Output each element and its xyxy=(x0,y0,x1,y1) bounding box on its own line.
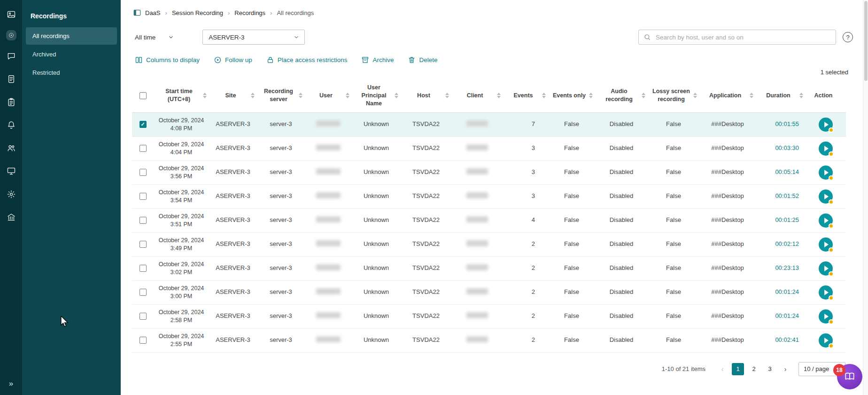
row-checkbox[interactable] xyxy=(140,193,147,200)
place-access-restrictions-button[interactable]: Place access restrictions xyxy=(266,56,348,64)
row-checkbox[interactable] xyxy=(140,121,147,128)
notifications-icon[interactable] xyxy=(6,120,16,130)
sort-icon[interactable] xyxy=(395,93,398,98)
column-header-user[interactable]: User xyxy=(305,79,352,112)
people-icon[interactable] xyxy=(6,143,16,153)
media-gallery-icon[interactable] xyxy=(6,9,16,20)
cell-user xyxy=(305,232,352,256)
scrollbar-thumb[interactable] xyxy=(864,1,868,81)
prev-page-icon[interactable]: ‹ xyxy=(717,363,728,375)
expand-rail-icon[interactable]: » xyxy=(9,379,13,388)
duration-link[interactable]: 00:05:14 xyxy=(775,168,799,175)
play-button[interactable] xyxy=(819,142,833,156)
play-button[interactable] xyxy=(819,285,833,300)
play-button[interactable] xyxy=(819,213,833,228)
breadcrumb-link-session-recording[interactable]: Session Recording xyxy=(172,9,223,16)
sort-icon[interactable] xyxy=(589,93,593,98)
server-select[interactable]: ASERVER-3 xyxy=(202,30,305,45)
select-all-checkbox[interactable] xyxy=(140,92,147,99)
row-checkbox[interactable] xyxy=(140,337,147,344)
row-checkbox[interactable] xyxy=(140,265,147,272)
sidebar-item-all-recordings[interactable]: All recordings xyxy=(26,27,117,45)
play-button[interactable] xyxy=(819,237,833,252)
play-button[interactable] xyxy=(819,118,833,132)
duration-link[interactable]: 00:01:52 xyxy=(775,192,799,199)
sidebar-item-restricted[interactable]: Restricted xyxy=(26,64,117,81)
cell-user-principal-name: Unknown xyxy=(352,184,401,208)
redacted-client xyxy=(466,240,488,246)
sort-icon[interactable] xyxy=(299,93,302,98)
row-checkbox[interactable] xyxy=(140,145,147,152)
nav-panel-icon[interactable] xyxy=(133,8,141,17)
library-icon[interactable] xyxy=(6,212,16,222)
play-button[interactable] xyxy=(819,261,833,276)
column-header-lossy-screen-recording[interactable]: Lossy screen recording xyxy=(648,79,699,112)
duration-link[interactable]: 00:23:13 xyxy=(775,264,799,271)
column-header-host[interactable]: Host xyxy=(401,79,451,112)
sort-icon[interactable] xyxy=(799,93,803,98)
duration-link[interactable]: 00:02:12 xyxy=(775,240,799,247)
sort-icon[interactable] xyxy=(251,93,255,98)
columns-to-display-button[interactable]: Columns to display xyxy=(135,56,200,64)
cell-user xyxy=(305,280,352,304)
sidebar-item-archived[interactable]: Archived xyxy=(26,46,117,63)
column-header-duration[interactable]: Duration xyxy=(756,79,806,112)
chat-icon[interactable] xyxy=(6,51,16,61)
monitor-icon[interactable] xyxy=(6,166,16,176)
sort-icon[interactable] xyxy=(346,93,349,98)
row-checkbox[interactable] xyxy=(140,289,147,296)
row-checkbox[interactable] xyxy=(140,217,147,224)
page-button-2[interactable]: 2 xyxy=(748,363,760,375)
column-header-user-principal-name[interactable]: User Principal Name xyxy=(352,79,401,112)
play-button[interactable] xyxy=(819,309,833,324)
play-button[interactable] xyxy=(819,166,833,180)
breadcrumb-link-recordings[interactable]: Recordings xyxy=(234,9,265,16)
follow-up-button[interactable]: Follow up xyxy=(214,56,252,64)
column-header-events-only[interactable]: Events only xyxy=(548,79,595,112)
page-button-1[interactable]: 1 xyxy=(732,363,744,375)
duration-link[interactable]: 00:02:41 xyxy=(775,336,799,343)
toolbar: Columns to display Follow up Place acces… xyxy=(121,53,868,67)
sort-icon[interactable] xyxy=(203,93,207,98)
row-checkbox[interactable] xyxy=(140,313,147,320)
column-header-recording-server[interactable]: Recording server xyxy=(257,79,305,112)
play-badge-icon xyxy=(829,295,834,300)
time-range-filter[interactable]: All time xyxy=(135,34,174,41)
delete-button[interactable]: Delete xyxy=(408,56,437,64)
sort-icon[interactable] xyxy=(642,93,645,98)
help-icon[interactable]: ? xyxy=(843,32,853,42)
column-header-audio-recording[interactable]: Audio recording xyxy=(595,79,648,112)
archive-button[interactable]: Archive xyxy=(361,56,394,64)
sort-icon[interactable] xyxy=(693,93,697,98)
document-icon[interactable] xyxy=(6,74,16,84)
duration-link[interactable]: 00:03:30 xyxy=(775,144,799,151)
cell-user xyxy=(305,112,352,136)
duration-link[interactable]: 00:01:24 xyxy=(775,288,799,295)
column-header-application[interactable]: Application xyxy=(699,79,756,112)
column-header-start-time-utc-8[interactable]: Start time (UTC+8) xyxy=(154,79,209,112)
next-page-icon[interactable]: › xyxy=(780,363,791,375)
sort-icon[interactable] xyxy=(750,93,753,98)
duration-link[interactable]: 00:01:24 xyxy=(775,312,799,319)
cell-user-principal-name: Unknown xyxy=(352,160,401,184)
play-button[interactable] xyxy=(819,333,833,348)
sort-icon[interactable] xyxy=(497,93,501,98)
vertical-scrollbar[interactable] xyxy=(863,0,868,395)
play-button[interactable] xyxy=(819,190,833,204)
column-header-client[interactable]: Client xyxy=(451,79,503,112)
search-input[interactable] xyxy=(655,33,831,41)
breadcrumb-link-daas[interactable]: DaaS xyxy=(145,9,161,16)
column-header-events[interactable]: Events xyxy=(503,79,548,112)
cell-audio-recording: Disabled xyxy=(595,184,648,208)
column-header-site[interactable]: Site xyxy=(209,79,257,112)
duration-link[interactable]: 00:01:55 xyxy=(775,120,799,127)
clipboard-icon[interactable] xyxy=(6,97,16,107)
row-checkbox[interactable] xyxy=(140,169,147,176)
page-button-3[interactable]: 3 xyxy=(764,363,776,375)
settings-icon[interactable] xyxy=(6,189,16,199)
sort-icon[interactable] xyxy=(445,93,449,98)
duration-link[interactable]: 00:01:25 xyxy=(775,216,799,223)
session-recording-icon[interactable] xyxy=(6,30,16,40)
sort-icon[interactable] xyxy=(542,93,546,98)
row-checkbox[interactable] xyxy=(140,241,147,248)
